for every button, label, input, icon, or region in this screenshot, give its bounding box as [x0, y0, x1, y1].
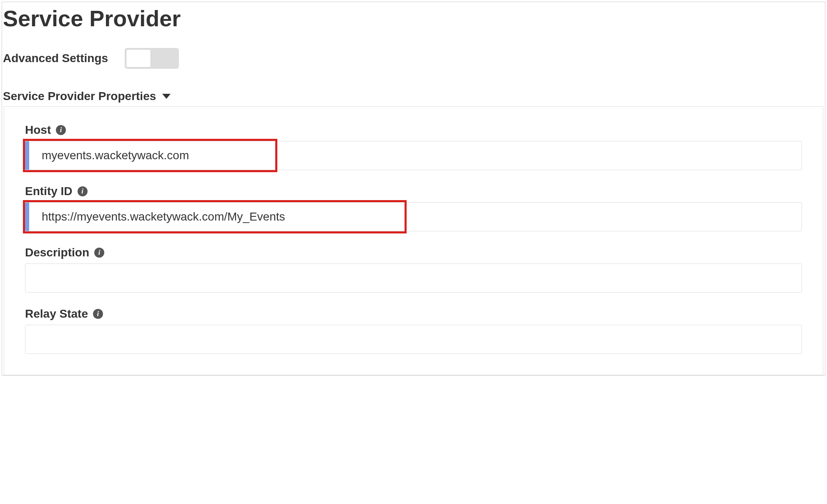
page-title: Service Provider [2, 5, 825, 31]
relay-state-input[interactable] [25, 325, 802, 354]
advanced-settings-toggle[interactable] [125, 48, 179, 69]
host-label: Host [25, 123, 51, 137]
info-icon[interactable]: i [94, 248, 104, 258]
info-icon[interactable]: i [93, 309, 103, 319]
toggle-knob [126, 49, 151, 68]
info-icon[interactable]: i [78, 186, 88, 196]
entity-id-label: Entity ID [25, 185, 73, 198]
field-group-host: Host i [25, 123, 802, 170]
service-provider-panel: Service Provider Advanced Settings Servi… [2, 2, 825, 376]
description-label: Description [25, 246, 89, 259]
properties-box: Host i Entity ID i Description i [4, 106, 823, 375]
info-icon[interactable]: i [56, 125, 66, 135]
advanced-settings-label: Advanced Settings [3, 52, 108, 65]
host-input[interactable] [25, 141, 802, 170]
section-title: Service Provider Properties [3, 90, 156, 103]
section-header-properties[interactable]: Service Provider Properties [2, 90, 825, 103]
advanced-settings-row: Advanced Settings [2, 48, 825, 69]
relay-state-label: Relay State [25, 307, 88, 321]
field-group-entity-id: Entity ID i [25, 185, 802, 231]
field-group-relay-state: Relay State i [25, 307, 802, 354]
field-group-description: Description i [25, 246, 802, 293]
description-input[interactable] [25, 263, 802, 293]
caret-down-icon [162, 94, 171, 99]
entity-id-input[interactable] [25, 202, 802, 231]
